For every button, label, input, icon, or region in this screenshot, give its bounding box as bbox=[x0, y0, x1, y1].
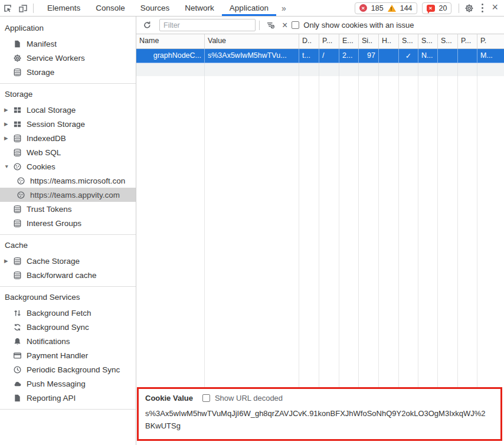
sidebar-item-payment-handler[interactable]: Payment Handler bbox=[0, 348, 136, 362]
refresh-icon[interactable] bbox=[140, 18, 155, 33]
column-header-priority[interactable]: P... bbox=[458, 34, 477, 48]
sidebar-item-label: Back/forward cache bbox=[27, 271, 97, 280]
sidebar-item-manifest[interactable]: Manifest bbox=[0, 37, 136, 51]
issues-icon: × bbox=[427, 5, 435, 12]
cookie-icon bbox=[13, 162, 22, 171]
file-icon bbox=[13, 40, 22, 48]
tab-network[interactable]: Network bbox=[177, 0, 222, 16]
database-icon bbox=[13, 257, 22, 266]
column-header-size[interactable]: Si.. bbox=[359, 34, 379, 48]
cookie-domain-cell: t... bbox=[299, 49, 319, 63]
sidebar-item-background-sync[interactable]: Background Sync bbox=[0, 320, 136, 334]
sidebar-item-push-messaging[interactable]: Push Messaging bbox=[0, 377, 136, 391]
clear-icon[interactable]: × bbox=[278, 20, 292, 31]
close-devtools-icon[interactable]: × bbox=[488, 1, 504, 15]
cookie-value-cell: s%3Ax5wIwM5hwTVu... bbox=[205, 49, 299, 63]
cookie-name-cell: graphNodeC... bbox=[136, 49, 205, 63]
sidebar-item-service-workers[interactable]: Service Workers bbox=[0, 51, 136, 65]
card-icon bbox=[13, 351, 22, 360]
cookie-priority-cell bbox=[458, 49, 477, 63]
sidebar-item-notifications[interactable]: Notifications bbox=[0, 334, 136, 348]
column-header-path[interactable]: P... bbox=[319, 34, 339, 48]
warning-icon: ! bbox=[388, 5, 396, 12]
inspect-element-icon[interactable] bbox=[0, 1, 15, 16]
cookies-table-header: Name Value D.. P... E... Si.. H.. S... S… bbox=[136, 34, 504, 49]
more-tabs-chevron-icon[interactable]: » bbox=[276, 4, 292, 13]
tab-sources[interactable]: Sources bbox=[133, 0, 178, 16]
tab-application[interactable]: Application bbox=[222, 0, 276, 16]
settings-gear-icon[interactable] bbox=[462, 1, 477, 16]
section-title-storage: Storage bbox=[0, 84, 136, 103]
error-count: 185 bbox=[371, 4, 384, 12]
column-header-httponly[interactable]: H.. bbox=[379, 34, 399, 48]
sidebar-item-label: Local Storage bbox=[27, 106, 76, 114]
column-header-samesite[interactable]: S... bbox=[418, 34, 438, 48]
sidebar-item-label: Service Workers bbox=[27, 54, 85, 63]
sidebar-item-indexeddb[interactable]: ▶ IndexedDB bbox=[0, 131, 136, 145]
console-counts-badge[interactable]: × 185 ! 144 bbox=[355, 2, 417, 14]
database-icon bbox=[13, 205, 22, 214]
sidebar-item-label: Interest Groups bbox=[27, 219, 81, 228]
filter-input[interactable] bbox=[159, 19, 256, 31]
sidebar-item-web-sql[interactable]: Web SQL bbox=[0, 145, 136, 159]
cookie-icon bbox=[17, 191, 25, 199]
sidebar-item-cookies[interactable]: ▼ Cookies bbox=[0, 159, 136, 174]
column-header-secure[interactable]: S... bbox=[399, 34, 418, 48]
expand-arrow-icon[interactable]: ▶ bbox=[4, 258, 13, 264]
section-title-application: Application bbox=[0, 18, 136, 37]
cookie-table-row-selected[interactable]: graphNodeC... s%3Ax5wIwM5hwTVu... t... /… bbox=[136, 49, 504, 63]
table-icon bbox=[13, 106, 22, 114]
sidebar-item-background-fetch[interactable]: Background Fetch bbox=[0, 306, 136, 320]
sidebar-item-label: Background Fetch bbox=[27, 309, 91, 318]
database-icon bbox=[13, 148, 22, 157]
gear-icon bbox=[13, 54, 22, 63]
sidebar-item-back-forward-cache[interactable]: Back/forward cache bbox=[0, 268, 136, 282]
sidebar-item-storage[interactable]: Storage bbox=[0, 65, 136, 79]
sidebar-item-label: Reporting API bbox=[27, 394, 76, 403]
sidebar-item-reporting-api[interactable]: Reporting API bbox=[0, 391, 136, 405]
expand-arrow-icon[interactable]: ▶ bbox=[4, 135, 13, 141]
sidebar-item-trust-tokens[interactable]: Trust Tokens bbox=[0, 202, 136, 216]
issues-badge[interactable]: × 20 bbox=[422, 2, 452, 14]
section-title-background-services: Background Services bbox=[0, 287, 136, 306]
column-header-value[interactable]: Value bbox=[205, 34, 299, 48]
cookie-path-cell: / bbox=[319, 49, 339, 63]
sidebar-item-periodic-background-sync[interactable]: Periodic Background Sync bbox=[0, 362, 136, 377]
cookies-toolbar: × Only show cookies with an issue bbox=[136, 17, 504, 34]
sidebar-item-session-storage[interactable]: ▶ Session Storage bbox=[0, 117, 136, 131]
cookie-secure-cell: ✓ bbox=[399, 49, 418, 63]
sidebar-item-label: Periodic Background Sync bbox=[27, 365, 120, 374]
clear-filter-icon[interactable] bbox=[263, 18, 278, 33]
sidebar-item-label: Push Messaging bbox=[27, 379, 86, 388]
error-icon: × bbox=[359, 4, 367, 12]
sidebar-item-label: Manifest bbox=[27, 40, 57, 48]
device-toolbar-icon[interactable] bbox=[15, 1, 31, 16]
sidebar-item-interest-groups[interactable]: Interest Groups bbox=[0, 216, 136, 230]
column-header-sameparty[interactable]: S... bbox=[438, 34, 458, 48]
sidebar-item-cookies-teams-microsoft[interactable]: https://teams.microsoft.con bbox=[0, 174, 136, 188]
collapse-arrow-icon[interactable]: ▼ bbox=[4, 163, 13, 169]
only-issue-checkbox[interactable] bbox=[292, 21, 299, 29]
column-header-partition[interactable]: P. bbox=[477, 34, 504, 48]
show-url-decoded-checkbox[interactable] bbox=[202, 394, 210, 402]
section-title-cache: Cache bbox=[0, 235, 136, 254]
devtools-window: Elements Console Sources Network Applica… bbox=[0, 0, 504, 445]
sidebar-item-local-storage[interactable]: ▶ Local Storage bbox=[0, 103, 136, 117]
tab-console[interactable]: Console bbox=[88, 0, 133, 16]
expand-arrow-icon[interactable]: ▶ bbox=[4, 121, 13, 127]
column-header-expires[interactable]: E... bbox=[339, 34, 359, 48]
sidebar-item-label: Trust Tokens bbox=[27, 205, 72, 214]
column-header-domain[interactable]: D.. bbox=[299, 34, 319, 48]
table-filler-area bbox=[136, 76, 504, 387]
sidebar-divider bbox=[0, 409, 136, 410]
warning-count: 144 bbox=[400, 4, 413, 12]
sidebar-item-cache-storage[interactable]: ▶ Cache Storage bbox=[0, 254, 136, 268]
expand-arrow-icon[interactable]: ▶ bbox=[4, 107, 13, 113]
more-options-kebab-icon[interactable] bbox=[477, 3, 488, 13]
tab-elements[interactable]: Elements bbox=[40, 0, 88, 16]
bell-icon bbox=[13, 337, 22, 346]
column-header-name[interactable]: Name bbox=[136, 34, 205, 48]
cookie-value-preview-annotated: Cookie Value Show URL decoded s%3Ax5wIwM… bbox=[137, 387, 502, 441]
database-icon bbox=[13, 134, 22, 143]
sidebar-item-cookies-teams-appvity[interactable]: https://teams.appvity.com bbox=[0, 188, 136, 202]
